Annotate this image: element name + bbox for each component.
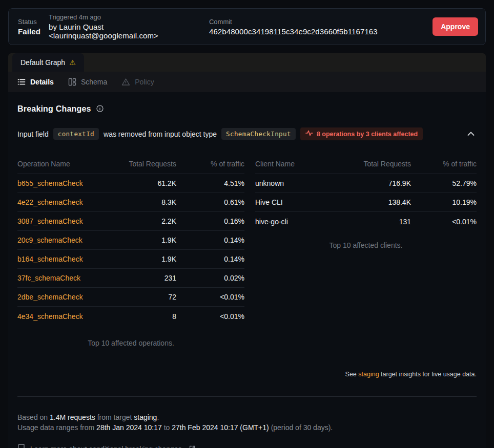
- operation-link[interactable]: 2dbe_schemaCheck: [17, 293, 83, 301]
- based-on-text: Based on: [17, 413, 48, 421]
- requests-cell: 8.3K: [110, 198, 176, 206]
- tab-schema-label: Schema: [81, 78, 107, 86]
- col-operation-name: Operation Name: [17, 160, 110, 168]
- affected-badge-label: 8 operations by 3 clients affected: [317, 131, 418, 138]
- breaking-change-row[interactable]: Input field contextId was removed from i…: [17, 127, 477, 140]
- change-text-middle: was removed from input object type: [104, 130, 217, 138]
- requests-cell: 231: [110, 274, 176, 282]
- collapse-chevron-icon[interactable]: [465, 128, 477, 140]
- traffic-cell: 0.14%: [176, 255, 244, 263]
- external-link-icon: [189, 445, 195, 448]
- triggered-value: by Laurin Quast <laurinquast@googlemail.…: [49, 23, 209, 40]
- traffic-cell: 0.14%: [176, 236, 244, 244]
- footer-divider: [17, 396, 477, 397]
- traffic-cell: <0.01%: [176, 312, 244, 321]
- requests-cell: 1.9K: [110, 255, 176, 263]
- schema-icon: [68, 78, 76, 86]
- requests-cell: 2.2K: [110, 217, 176, 225]
- table-row: hive-go-cli 131 <0.01%: [255, 212, 477, 231]
- traffic-cell: 10.19%: [411, 198, 477, 206]
- col-traffic: % of traffic: [176, 160, 244, 168]
- triggered-label: Triggered 4m ago: [49, 13, 209, 21]
- tab-details-label: Details: [30, 78, 54, 86]
- operation-link[interactable]: 20c9_schemaCheck: [17, 236, 83, 244]
- traffic-cell: 0.02%: [176, 274, 244, 282]
- requests-cell: 72: [110, 293, 176, 301]
- field-code-chip: contextId: [53, 128, 99, 140]
- learn-more-label: Learn more about conditional breaking ch…: [30, 445, 184, 448]
- client-name-cell: Hive CLI: [255, 198, 324, 206]
- table-row: 2dbe_schemaCheck 72 <0.01%: [17, 288, 244, 307]
- traffic-cell: <0.01%: [176, 293, 244, 301]
- usage-summary: Based on 1.4M requests from target stagi…: [17, 412, 477, 433]
- warning-icon: ⚠: [69, 59, 76, 66]
- operation-link[interactable]: 4e34_schemaCheck: [17, 312, 83, 321]
- table-row: Hive CLI 138.4K 10.19%: [255, 193, 477, 212]
- operation-link[interactable]: b164_schemaCheck: [17, 255, 83, 263]
- col-traffic: % of traffic: [411, 160, 477, 168]
- clients-table-header: Client Name Total Requests % of traffic: [255, 154, 477, 174]
- clients-table: Client Name Total Requests % of traffic …: [255, 154, 477, 249]
- operation-link[interactable]: 3087_schemaCheck: [17, 217, 83, 225]
- list-icon: [17, 78, 26, 86]
- clients-caption: Top 10 affected clients.: [255, 241, 477, 249]
- date-to: 27th Feb 2024 10:17 (GMT+1): [172, 423, 269, 432]
- requests-cell: 8: [110, 312, 176, 321]
- info-icon: [96, 105, 104, 114]
- check-nav-tabs: Details Schema Policy: [8, 72, 486, 92]
- table-row: unknown 716.9K 52.79%: [255, 174, 477, 193]
- operations-caption: Top 10 affected operations.: [17, 339, 244, 347]
- warning-triangle-icon: [121, 78, 130, 86]
- client-name-cell: hive-go-cli: [255, 218, 324, 226]
- staging-target-link[interactable]: staging: [358, 371, 379, 378]
- tab-policy-label: Policy: [135, 78, 154, 86]
- traffic-cell: 0.61%: [176, 198, 244, 206]
- range-pre-text: Usage data ranges from: [17, 423, 94, 432]
- traffic-cell: <0.01%: [411, 218, 477, 226]
- status-label: Status: [18, 18, 40, 26]
- insights-note: See staging target insights for live usa…: [17, 371, 477, 378]
- details-panel: Breaking Changes Input field contextId w…: [8, 92, 486, 448]
- col-total-requests: Total Requests: [110, 160, 176, 168]
- status-value: Failed: [18, 27, 40, 36]
- operation-link[interactable]: b655_schemaCheck: [17, 179, 83, 187]
- col-client-name: Client Name: [255, 160, 324, 168]
- col-total-requests: Total Requests: [324, 160, 411, 168]
- requests-cell: 716.9K: [324, 179, 411, 187]
- table-row: 37fc_schemaCheck 231 0.02%: [17, 269, 244, 288]
- change-text-before: Input field: [17, 130, 49, 138]
- traffic-cell: 4.51%: [176, 179, 244, 187]
- triggered-stat: Triggered 4m ago by Laurin Quast <laurin…: [49, 13, 209, 40]
- commit-value: 462b48000c34198115c34e9c2d3660f5b1167163: [209, 27, 433, 36]
- learn-more-link[interactable]: Learn more about conditional breaking ch…: [17, 444, 195, 448]
- insights-note-post: target insights for live usage data.: [381, 371, 477, 378]
- date-from: 28th Jan 2024 10:17: [96, 423, 162, 432]
- client-name-cell: unknown: [255, 179, 324, 187]
- requests-cell: 131: [324, 218, 411, 226]
- tab-default-graph[interactable]: Default Graph ⚠: [12, 53, 84, 72]
- table-row: b655_schemaCheck 61.2K 4.51%: [17, 174, 244, 193]
- operation-link[interactable]: 4e22_schemaCheck: [17, 198, 83, 206]
- activity-pulse-icon: [305, 130, 313, 138]
- traffic-cell: 52.79%: [411, 179, 477, 187]
- operations-table: Operation Name Total Requests % of traff…: [17, 154, 244, 347]
- graph-tab-label: Default Graph: [20, 58, 65, 67]
- tab-policy[interactable]: Policy: [121, 78, 154, 86]
- to-text: to: [164, 423, 170, 432]
- table-row: 4e34_schemaCheck 8 <0.01%: [17, 307, 244, 326]
- requests-cell: 138.4K: [324, 198, 411, 206]
- tab-schema[interactable]: Schema: [68, 78, 107, 86]
- status-stat: Status Failed: [18, 18, 40, 36]
- table-row: 4e22_schemaCheck 8.3K 0.61%: [17, 193, 244, 212]
- graph-tab-strip: Default Graph ⚠: [8, 53, 486, 72]
- requests-count: 1.4M requests: [50, 413, 95, 421]
- dot: .: [157, 413, 159, 421]
- commit-label: Commit: [209, 18, 433, 26]
- operations-table-header: Operation Name Total Requests % of traff…: [17, 154, 244, 174]
- usage-summary-line2: Usage data ranges from 28th Jan 2024 10:…: [17, 422, 477, 433]
- tab-details[interactable]: Details: [17, 78, 54, 86]
- approve-button[interactable]: Approve: [433, 17, 478, 36]
- operation-link[interactable]: 37fc_schemaCheck: [17, 274, 80, 282]
- from-target-text: from target: [97, 413, 132, 421]
- insights-note-pre: See: [345, 371, 357, 378]
